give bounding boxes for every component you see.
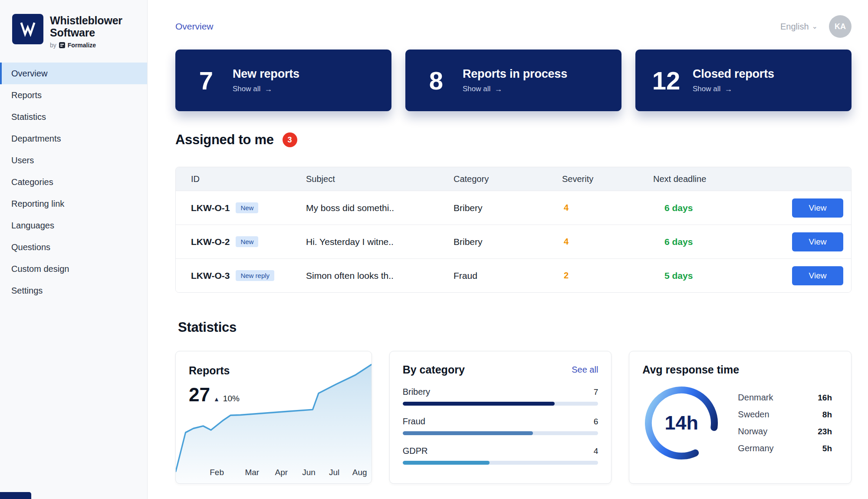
view-button[interactable]: View xyxy=(792,198,843,218)
app-root: Whistleblower Software by Formalize Over… xyxy=(0,0,868,499)
sidebar-item-languages[interactable]: Languages xyxy=(0,215,147,236)
by-category-card: By category See all Bribery 7 Fraud xyxy=(389,351,612,484)
sidebar-item-label: Reports xyxy=(11,90,42,100)
deadline-cell: 5 days xyxy=(653,271,788,281)
statistics-section: Statistics Reports 27 ▲ 10% xyxy=(175,320,852,484)
brand-logo-icon xyxy=(12,14,43,44)
table-row: LKW-O-2 New Hi. Yesterday I witne.. Brib… xyxy=(176,225,851,258)
report-id-cell: LKW-O-2 New xyxy=(191,236,306,247)
report-id-cell: LKW-O-1 New xyxy=(191,202,306,213)
sidebar-item-reports[interactable]: Reports xyxy=(0,84,147,106)
see-all-link[interactable]: See all xyxy=(572,365,598,375)
response-time-row: Germany 5h xyxy=(738,443,832,453)
column-header-severity: Severity xyxy=(562,174,653,184)
sidebar-item-departments[interactable]: Departments xyxy=(0,128,147,149)
gauge-center-value: 14h xyxy=(642,384,720,462)
summary-card-new-reports: 7 New reports Show all → xyxy=(175,50,391,111)
country-label: Norway xyxy=(738,426,767,436)
topbar-right: English ⌄ KA xyxy=(780,15,852,38)
response-time-row: Sweden 8h xyxy=(738,410,832,420)
report-id: LKW-O-3 xyxy=(191,271,230,281)
sidebar-item-users[interactable]: Users xyxy=(0,149,147,171)
sidebar-item-label: Users xyxy=(11,155,34,165)
reports-total-row: 27 ▲ 10% xyxy=(189,384,240,406)
arrow-right-icon: → xyxy=(494,85,502,94)
country-label: Sweden xyxy=(738,410,769,420)
brand-byline: by Formalize xyxy=(50,42,122,49)
sidebar: Whistleblower Software by Formalize Over… xyxy=(0,0,148,499)
status-tag: New xyxy=(236,236,258,247)
category-bar-fill xyxy=(403,431,533,435)
trend-up-icon: ▲ xyxy=(214,396,220,403)
arrow-right-icon: → xyxy=(264,85,272,94)
assigned-heading: Assigned to me xyxy=(175,132,274,148)
column-header-id: ID xyxy=(191,174,306,184)
summary-title: Reports in process xyxy=(463,67,567,81)
deadline-cell: 6 days xyxy=(653,203,788,213)
sidebar-item-categories[interactable]: Categories xyxy=(0,171,147,193)
sidebar-item-settings[interactable]: Settings xyxy=(0,280,147,301)
brand-title-line2: Software xyxy=(50,27,122,39)
chart-x-label: Jul xyxy=(329,468,339,477)
category-label: GDPR xyxy=(403,446,428,456)
show-all-label: Show all xyxy=(463,85,490,93)
category-label: Fraud xyxy=(403,416,425,426)
table-row: LKW-O-3 New reply Simon often looks th..… xyxy=(176,258,851,292)
show-all-link[interactable]: Show all → xyxy=(463,85,502,94)
summary-card-in-process: 8 Reports in process Show all → xyxy=(405,50,621,111)
sidebar-item-label: Custom design xyxy=(11,264,69,274)
severity-cell: 4 xyxy=(562,203,653,213)
category-value: 7 xyxy=(594,387,598,397)
sidebar-item-label: Reporting link xyxy=(11,199,64,209)
sidebar-item-questions[interactable]: Questions xyxy=(0,236,147,258)
sidebar-nav: Overview Reports Statistics Departments … xyxy=(0,63,147,301)
time-value: 5h xyxy=(822,444,832,453)
column-header-deadline: Next deadline xyxy=(653,174,788,184)
language-selector[interactable]: English ⌄ xyxy=(780,22,818,32)
sidebar-item-statistics[interactable]: Statistics xyxy=(0,106,147,128)
category-bar-fill xyxy=(403,461,490,465)
severity-cell: 4 xyxy=(562,237,653,247)
topbar: Overview English ⌄ KA xyxy=(175,0,852,38)
summary-cards: 7 New reports Show all → 8 Reports in pr… xyxy=(175,50,852,111)
sidebar-item-custom-design[interactable]: Custom design xyxy=(0,258,147,280)
by-category-title: By category xyxy=(403,364,465,376)
sidebar-item-reporting-link[interactable]: Reporting link xyxy=(0,193,147,215)
category-value: 6 xyxy=(594,417,598,426)
category-bar-track xyxy=(403,402,598,406)
sidebar-item-overview[interactable]: Overview xyxy=(0,63,147,84)
category-bar-item: GDPR 4 xyxy=(403,446,598,465)
category-cell: Fraud xyxy=(454,271,562,281)
view-button[interactable]: View xyxy=(792,232,843,251)
chart-x-label: Apr xyxy=(275,468,288,477)
column-header-category: Category xyxy=(454,174,562,184)
chart-x-label: Aug xyxy=(352,468,367,477)
reports-chart-title: Reports xyxy=(189,364,240,377)
breadcrumb[interactable]: Overview xyxy=(175,21,214,32)
by-category-head: By category See all xyxy=(403,364,598,376)
category-cell: Bribery xyxy=(454,237,562,247)
column-header-subject: Subject xyxy=(306,174,454,184)
arrow-right-icon: → xyxy=(724,85,732,94)
byline-prefix: by xyxy=(50,42,56,49)
show-all-link[interactable]: Show all → xyxy=(233,85,272,94)
country-label: Germany xyxy=(738,443,773,453)
avg-response-card: Avg response time xyxy=(629,351,852,484)
chevron-down-icon: ⌄ xyxy=(812,24,818,29)
category-bar-item: Bribery 7 xyxy=(403,387,598,406)
view-button[interactable]: View xyxy=(792,266,843,285)
country-label: Denmark xyxy=(738,393,773,403)
time-value: 16h xyxy=(818,393,832,403)
summary-title: New reports xyxy=(233,67,299,81)
response-time-row: Denmark 16h xyxy=(738,393,832,403)
language-label: English xyxy=(780,22,809,32)
avatar[interactable]: KA xyxy=(829,15,852,38)
reports-chart-head: Reports 27 ▲ 10% xyxy=(189,364,240,406)
show-all-link[interactable]: Show all → xyxy=(693,85,732,94)
statistics-cards: Reports 27 ▲ 10% xyxy=(175,351,852,484)
avg-response-title: Avg response time xyxy=(642,364,838,376)
chart-x-label: Jun xyxy=(302,468,316,477)
reports-chart-card: Reports 27 ▲ 10% xyxy=(175,351,372,484)
sidebar-item-label: Overview xyxy=(11,69,47,79)
avg-response-content: 14h Denmark 16h Sweden 8h xyxy=(642,384,838,462)
